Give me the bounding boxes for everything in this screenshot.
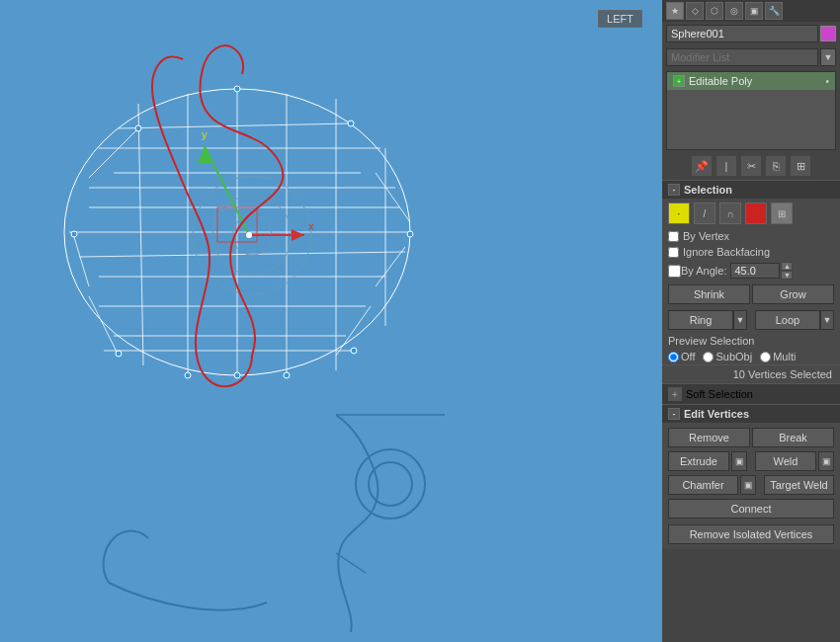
- svg-point-46: [284, 372, 290, 378]
- nav-icons-row: 📌 | ✂ ⎘ ⊞: [662, 152, 840, 180]
- preview-subobj-radio[interactable]: [703, 352, 714, 362]
- by-angle-label: By Angle:: [681, 265, 726, 277]
- weld-settings-btn[interactable]: ▣: [818, 451, 834, 471]
- ring-loop-row: Ring ▼ Loop ▼: [662, 307, 840, 333]
- toolbar-square-icon[interactable]: ▣: [745, 2, 763, 20]
- sel-element-icon[interactable]: ⊞: [771, 202, 793, 224]
- toolbar-wrench-icon[interactable]: 🔧: [765, 2, 783, 20]
- shrink-button[interactable]: Shrink: [668, 284, 750, 304]
- by-vertex-checkbox[interactable]: [668, 231, 679, 242]
- toolbar-person-icon[interactable]: ⬡: [706, 2, 723, 20]
- sel-edge-icon[interactable]: /: [694, 202, 715, 224]
- target-weld-button[interactable]: Target Weld: [764, 475, 834, 495]
- angle-up-btn[interactable]: ▲: [781, 262, 793, 271]
- svg-line-13: [119, 123, 351, 128]
- preview-multi-radio[interactable]: [760, 352, 771, 362]
- object-name-row: [662, 22, 840, 45]
- object-color-swatch[interactable]: [820, 26, 836, 41]
- toolbar-shape-icon[interactable]: ◇: [686, 2, 704, 20]
- selection-icons-row: · / ∩ ⊞: [662, 199, 840, 228]
- right-panel: ★ ◇ ⬡ ◎ ▣ 🔧 ▼ + Editable Poly • 📌 | ✂ ⎘ …: [662, 0, 840, 642]
- break-button[interactable]: Break: [752, 428, 834, 447]
- sel-vertex-icon[interactable]: ·: [668, 202, 690, 224]
- svg-marker-31: [292, 229, 304, 241]
- svg-line-21: [376, 247, 405, 286]
- modifier-list-input[interactable]: [666, 48, 818, 66]
- chamfer-targetweld-row: Chamfer ▣ Target Weld: [666, 473, 836, 497]
- by-vertex-row: By Vertex: [662, 228, 840, 244]
- remove-button[interactable]: Remove: [668, 428, 750, 447]
- svg-text:y: y: [202, 128, 208, 140]
- extrude-settings-btn[interactable]: ▣: [731, 451, 747, 471]
- toolbar-circle-icon[interactable]: ◎: [725, 2, 743, 20]
- ring-arrow-btn[interactable]: ▼: [733, 310, 747, 330]
- selection-collapse-btn[interactable]: -: [668, 184, 680, 196]
- connect-row: Connect: [666, 497, 836, 521]
- preview-off-radio[interactable]: [668, 352, 679, 362]
- svg-point-44: [351, 348, 357, 354]
- ignore-backfacing-checkbox[interactable]: [668, 247, 679, 258]
- grow-button[interactable]: Grow: [752, 284, 834, 304]
- svg-point-41: [135, 125, 141, 131]
- remove-isolated-button[interactable]: Remove Isolated Vertices: [668, 524, 834, 544]
- loop-arrow-btn[interactable]: ▼: [820, 310, 834, 330]
- soft-selection-row: + Soft Selection: [662, 383, 840, 404]
- preview-off-label: Off: [681, 351, 695, 362]
- viewport[interactable]: y x LEFT: [0, 0, 662, 642]
- sel-poly-icon[interactable]: [745, 202, 767, 224]
- by-vertex-label: By Vertex: [683, 230, 729, 242]
- object-name-input[interactable]: [666, 25, 818, 42]
- nav-graph-icon[interactable]: |: [715, 155, 737, 177]
- edit-vertices-collapse-btn[interactable]: -: [668, 408, 680, 420]
- soft-selection-expand-btn[interactable]: +: [668, 387, 682, 401]
- weld-button[interactable]: Weld: [755, 451, 816, 471]
- svg-line-22: [89, 296, 119, 356]
- nav-pin-icon[interactable]: 📌: [691, 155, 713, 177]
- nav-vertex-icon[interactable]: ✂: [740, 155, 762, 177]
- svg-point-39: [71, 231, 77, 237]
- svg-point-34: [369, 462, 412, 506]
- by-angle-row: By Angle: ▲ ▼: [662, 260, 840, 281]
- sel-border-icon[interactable]: ∩: [719, 202, 741, 224]
- connect-button[interactable]: Connect: [668, 499, 834, 519]
- by-angle-checkbox[interactable]: [668, 265, 681, 278]
- preview-radio-row: Off SubObj Multi: [662, 349, 840, 364]
- angle-value-input[interactable]: [730, 263, 780, 279]
- extrude-weld-row: Extrude ▣ Weld ▣: [666, 449, 836, 473]
- preview-selection-label: Preview Selection: [662, 333, 840, 349]
- ring-button[interactable]: Ring: [668, 310, 733, 330]
- svg-point-32: [246, 232, 252, 238]
- nav-copy-icon[interactable]: ⎘: [765, 155, 787, 177]
- edit-vertices-title: Edit Vertices: [684, 408, 749, 420]
- extrude-button[interactable]: Extrude: [668, 451, 729, 471]
- shrink-grow-row: Shrink Grow: [662, 281, 840, 307]
- svg-text:x: x: [308, 220, 314, 232]
- modifier-options-icon[interactable]: •: [825, 76, 829, 87]
- svg-line-20: [74, 237, 89, 286]
- angle-down-btn[interactable]: ▼: [781, 271, 793, 280]
- toolbar-star-icon[interactable]: ★: [666, 2, 684, 20]
- chamfer-button[interactable]: Chamfer: [668, 475, 738, 495]
- modifier-editable-poly[interactable]: + Editable Poly •: [667, 72, 835, 90]
- loop-button[interactable]: Loop: [755, 310, 820, 330]
- svg-line-11: [138, 104, 143, 365]
- svg-point-40: [407, 231, 413, 237]
- preview-subobj-label: SubObj: [715, 351, 752, 362]
- preview-subobj-group: SubObj: [703, 351, 752, 362]
- ignore-backfacing-label: Ignore Backfacing: [683, 246, 770, 258]
- remove-isolated-row: Remove Isolated Vertices: [666, 521, 836, 546]
- remove-break-row: Remove Break: [666, 426, 836, 449]
- edit-vertices-body: Remove Break Extrude ▣ Weld ▣ Chamfer ▣ …: [662, 423, 840, 549]
- toolbar: ★ ◇ ⬡ ◎ ▣ 🔧: [662, 0, 840, 22]
- chamfer-settings-btn[interactable]: ▣: [740, 475, 756, 495]
- preview-off-group: Off: [668, 351, 695, 362]
- svg-point-38: [234, 372, 240, 378]
- svg-point-45: [185, 372, 191, 378]
- modifier-dropdown-arrow[interactable]: ▼: [820, 48, 836, 66]
- svg-line-18: [89, 128, 138, 178]
- selection-header: - Selection: [662, 180, 840, 199]
- svg-point-42: [348, 120, 354, 126]
- edit-vertices-header: - Edit Vertices: [662, 404, 840, 423]
- modifier-stack: + Editable Poly •: [666, 71, 836, 150]
- nav-camera-icon[interactable]: ⊞: [790, 155, 811, 177]
